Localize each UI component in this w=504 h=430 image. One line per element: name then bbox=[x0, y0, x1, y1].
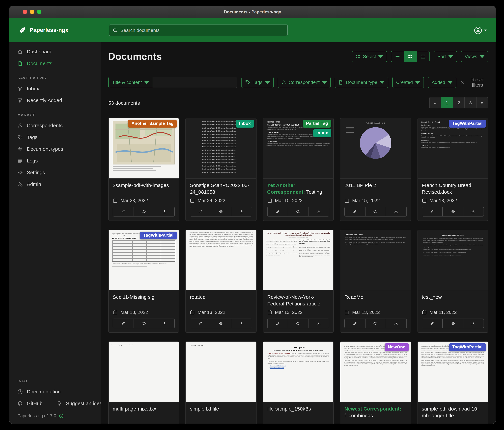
tag-badge[interactable]: NewOne bbox=[385, 343, 409, 351]
tag-badge[interactable]: TagWithPartial bbox=[449, 120, 486, 128]
document-thumbnail[interactable]: Lorem ipsum dolor sit amet, consectetur … bbox=[186, 230, 256, 290]
download-document-button[interactable] bbox=[463, 319, 484, 328]
created-filter-button[interactable]: Created bbox=[393, 77, 424, 88]
tag-badge[interactable]: TagWithPartial bbox=[140, 232, 177, 239]
edit-document-button[interactable] bbox=[345, 207, 365, 216]
preview-document-button[interactable] bbox=[133, 319, 154, 328]
edit-document-button[interactable] bbox=[268, 319, 288, 328]
document-title[interactable]: Yet Another Correspondent: Testing Email bbox=[267, 182, 329, 196]
document-thumbnail[interactable]: This is a multi page document. Page 1. bbox=[109, 342, 179, 402]
document-thumbnail[interactable]: Another Sample Tag bbox=[109, 118, 179, 178]
pagination-next-button[interactable]: » bbox=[476, 97, 488, 108]
user-menu[interactable] bbox=[474, 18, 487, 42]
document-title[interactable]: rotated bbox=[190, 294, 252, 301]
tag-badge[interactable]: TagWithPartial bbox=[449, 343, 486, 351]
view-grid-button[interactable] bbox=[404, 51, 417, 62]
download-document-button[interactable] bbox=[154, 207, 175, 216]
minimize-window-button[interactable] bbox=[30, 10, 34, 14]
document-thumbnail[interactable]: Lorem ipsum dolor sit amet, consectetur … bbox=[340, 342, 411, 402]
sidebar-item-tags[interactable]: Tags bbox=[9, 131, 101, 143]
tag-badge[interactable]: Partial Tag bbox=[303, 120, 331, 128]
download-document-button[interactable] bbox=[308, 319, 329, 328]
document-thumbnail[interactable]: Patient BP Distribution 2011 bbox=[340, 118, 411, 178]
correspondent-link[interactable]: Yet Another Correspondent: bbox=[267, 182, 305, 195]
document-title[interactable]: Newest Correspondent: f_combineds bbox=[344, 405, 407, 419]
document-thumbnail[interactable]: This is a test for the double space char… bbox=[186, 118, 256, 178]
edit-document-button[interactable] bbox=[113, 207, 133, 216]
download-document-button[interactable] bbox=[154, 319, 175, 328]
edit-document-button[interactable] bbox=[422, 319, 442, 328]
download-document-button[interactable] bbox=[386, 207, 406, 216]
document-title[interactable]: 2011 BP Pie 2 bbox=[344, 182, 407, 189]
pagination-prev-button[interactable]: « bbox=[429, 97, 441, 108]
title-content-input[interactable] bbox=[153, 77, 237, 88]
document-type-filter-button[interactable]: Document type bbox=[335, 77, 388, 88]
document-thumbnail[interactable]: Lorem ipsum dolor sit amet, consectetur … bbox=[418, 342, 488, 402]
preview-document-button[interactable] bbox=[288, 319, 308, 328]
pagination-page-2[interactable]: 2 bbox=[453, 97, 465, 108]
edit-document-button[interactable] bbox=[190, 319, 211, 328]
preview-document-button[interactable] bbox=[211, 319, 231, 328]
edit-document-button[interactable] bbox=[345, 319, 365, 328]
sidebar-item-logs[interactable]: Logs bbox=[9, 155, 101, 167]
document-title[interactable]: Review-of-New-York-Federal-Petitions-art… bbox=[267, 294, 329, 307]
download-document-button[interactable] bbox=[231, 319, 252, 328]
preview-document-button[interactable] bbox=[442, 207, 463, 216]
added-filter-button[interactable]: Added bbox=[428, 77, 456, 88]
preview-document-button[interactable] bbox=[211, 207, 231, 216]
search-input[interactable] bbox=[120, 28, 284, 33]
document-title[interactable]: ReadMe bbox=[344, 294, 407, 301]
sidebar-item-github[interactable]: GitHub bbox=[9, 397, 48, 409]
download-document-button[interactable] bbox=[308, 207, 329, 216]
info-icon[interactable] bbox=[59, 413, 63, 418]
reset-filters-button[interactable]: Reset filters bbox=[460, 77, 488, 88]
select-button[interactable]: Select bbox=[352, 51, 387, 62]
pagination-page-1[interactable]: 1 bbox=[441, 97, 453, 108]
document-thumbnail[interactable]: Review of New York Federal Petitions for… bbox=[263, 230, 333, 290]
tags-filter-button[interactable]: Tags bbox=[242, 77, 273, 88]
sidebar-item-dashboard[interactable]: Dashboard bbox=[9, 46, 101, 57]
document-title[interactable]: test_new bbox=[422, 294, 484, 301]
document-title[interactable]: French Country Bread Revised.docx bbox=[422, 182, 484, 196]
view-details-button[interactable] bbox=[416, 51, 430, 62]
preview-document-button[interactable] bbox=[133, 207, 154, 216]
document-thumbnail[interactable]: French Country BreadFor the LeavenLorem … bbox=[418, 118, 488, 178]
sidebar-item-document-types[interactable]: Document types bbox=[9, 143, 101, 155]
download-document-button[interactable] bbox=[463, 207, 484, 216]
preview-document-button[interactable] bbox=[288, 207, 308, 216]
document-thumbnail[interactable]: Lorem ipsumLorem ipsum dolor sit amet, c… bbox=[263, 342, 333, 402]
document-title[interactable]: file-sample_150kBs bbox=[267, 405, 329, 412]
pagination-page-3[interactable]: 3 bbox=[464, 97, 477, 108]
title-content-dropdown[interactable]: Title & content bbox=[108, 77, 153, 88]
tag-badge[interactable]: Another Sample Tag bbox=[128, 120, 177, 128]
document-thumbnail[interactable]: Release NotesSimba ODBC Driver for SQL S… bbox=[263, 118, 333, 178]
sidebar-item-settings[interactable]: Settings bbox=[9, 167, 101, 178]
sidebar-item-suggest-an-idea[interactable]: Suggest an idea bbox=[48, 397, 108, 409]
sidebar-item-recently-added[interactable]: Recently Added bbox=[9, 94, 101, 106]
zoom-window-button[interactable] bbox=[37, 10, 41, 14]
document-title[interactable]: 2sample-pdf-with-images bbox=[113, 182, 175, 189]
document-title[interactable]: Sec 11-Missing sig bbox=[113, 294, 175, 301]
sidebar-item-admin[interactable]: Admin bbox=[9, 178, 101, 190]
tag-badge[interactable]: Inbox bbox=[236, 120, 254, 128]
brand[interactable]: Paperless-ngx bbox=[18, 26, 68, 34]
correspondent-filter-button[interactable]: Correspondent bbox=[278, 77, 331, 88]
download-document-button[interactable] bbox=[231, 207, 252, 216]
document-title[interactable]: sample-pdf-download-10-mb-longer-title bbox=[422, 405, 484, 419]
document-title[interactable]: multi-page-mixedxx bbox=[113, 405, 175, 412]
preview-document-button[interactable] bbox=[365, 319, 386, 328]
document-thumbnail[interactable]: This is a test file. bbox=[186, 342, 256, 402]
document-title[interactable]: Sonstige ScanPC2022 03-24_081058 bbox=[190, 182, 252, 196]
edit-document-button[interactable] bbox=[190, 207, 211, 216]
preview-document-button[interactable] bbox=[442, 319, 463, 328]
edit-document-button[interactable] bbox=[268, 207, 288, 216]
sidebar-item-inbox[interactable]: Inbox bbox=[9, 83, 101, 94]
download-document-button[interactable] bbox=[386, 319, 406, 328]
document-thumbnail[interactable]: Contact Sheet DemoLorem ipsum dolor sit … bbox=[340, 230, 411, 290]
close-window-button[interactable] bbox=[23, 10, 27, 14]
views-button[interactable]: Views bbox=[461, 51, 488, 62]
document-title[interactable]: simple txt file bbox=[190, 405, 252, 412]
edit-document-button[interactable] bbox=[422, 207, 442, 216]
view-list-button[interactable] bbox=[391, 51, 404, 62]
sidebar-item-documents[interactable]: Documents bbox=[9, 57, 101, 69]
